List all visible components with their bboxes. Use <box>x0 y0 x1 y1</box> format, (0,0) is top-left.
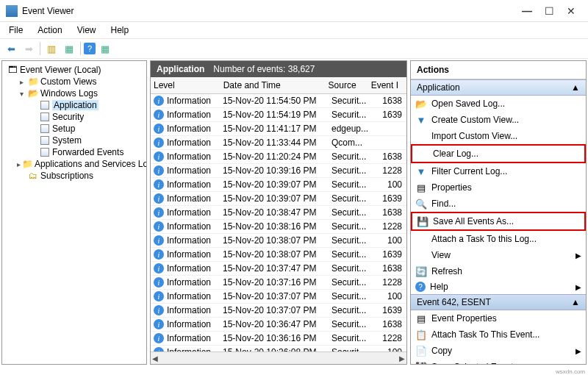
events-list[interactable]: iInformation15-Nov-20 11:54:50 PMSecurit… <box>151 94 406 351</box>
tree-forwarded[interactable]: Forwarded Events <box>5 146 143 158</box>
scroll-left-icon[interactable]: ◀ <box>152 354 158 362</box>
information-icon: i <box>154 263 164 274</box>
navigation-tree[interactable]: 🗔Event Viewer (Local) ▸📁Custom Views ▾📂W… <box>2 61 146 364</box>
filter-new-icon: ▼ <box>415 114 427 126</box>
tree-security[interactable]: Security <box>5 111 143 123</box>
action-create-custom-view[interactable]: ▼Create Custom View... <box>411 112 586 128</box>
action-attach-task-log[interactable]: Attach a Task To this Log... <box>411 231 586 247</box>
event-row[interactable]: iInformation15-Nov-20 10:37:16 PMSecurit… <box>151 276 406 290</box>
toolbar: ⬅ ➡ ▥ ▦ ? ▦ <box>0 38 588 59</box>
information-icon: i <box>154 151 164 162</box>
event-level: Information <box>167 333 223 343</box>
separator <box>40 42 40 55</box>
action-label: Import Custom View... <box>431 131 517 141</box>
tree-application[interactable]: Application <box>5 99 143 111</box>
event-row[interactable]: iInformation15-Nov-20 11:54:50 PMSecurit… <box>151 94 406 108</box>
actions-group-event[interactable]: Event 642, ESENT▲ <box>411 294 586 310</box>
action-event-properties[interactable]: ▤Event Properties <box>411 310 586 326</box>
event-date: 15-Nov-20 10:37:07 PM <box>223 291 331 301</box>
menu-action[interactable]: Action <box>32 24 68 37</box>
action-clear-log[interactable]: Clear Log... <box>411 144 586 163</box>
tree-windows-logs[interactable]: ▾📂Windows Logs <box>5 88 143 99</box>
event-row[interactable]: iInformation15-Nov-20 10:38:07 PMSecurit… <box>151 248 406 262</box>
event-row[interactable]: iInformation15-Nov-20 10:36:08 PMSecurit… <box>151 346 406 351</box>
tree-apps-services[interactable]: ▸📁Applications and Services Logs <box>5 158 143 170</box>
menu-help[interactable]: Help <box>105 24 135 37</box>
action-attach-task-event[interactable]: 📋Attach Task To This Event... <box>411 326 586 343</box>
minimize-button[interactable]: — <box>516 2 538 20</box>
action-label: Help <box>430 282 448 292</box>
collapse-icon: ▲ <box>571 297 580 307</box>
action-find[interactable]: 🔍Find... <box>411 196 586 212</box>
action-properties[interactable]: ▤Properties <box>411 179 586 196</box>
information-icon: i <box>154 207 164 218</box>
action-help[interactable]: ?Help▶ <box>411 279 586 294</box>
action-view[interactable]: View▶ <box>411 247 586 263</box>
event-row[interactable]: iInformation15-Nov-20 10:37:07 PMSecurit… <box>151 304 406 318</box>
event-source: Securit... <box>331 235 376 246</box>
tree-system[interactable]: System <box>5 135 143 146</box>
event-row[interactable]: iInformation15-Nov-20 10:37:47 PMSecurit… <box>151 262 406 276</box>
close-button[interactable]: ✕ <box>560 2 582 20</box>
tree-subscriptions[interactable]: 🗂Subscriptions <box>5 170 143 182</box>
action-refresh[interactable]: 🔄Refresh <box>411 263 586 279</box>
event-row[interactable]: iInformation15-Nov-20 10:37:07 PMSecurit… <box>151 290 406 304</box>
help-button[interactable]: ? <box>84 43 96 54</box>
event-id: 100 <box>376 235 405 246</box>
event-row[interactable]: iInformation15-Nov-20 11:54:19 PMSecurit… <box>151 108 406 122</box>
maximize-button[interactable]: ☐ <box>538 2 560 20</box>
event-row[interactable]: iInformation15-Nov-20 10:36:16 PMSecurit… <box>151 332 406 346</box>
actions-body: Application▲ 📂Open Saved Log... ▼Create … <box>411 79 586 364</box>
event-row[interactable]: iInformation15-Nov-20 10:38:47 PMSecurit… <box>151 206 406 220</box>
view-icon <box>415 249 427 261</box>
actions-group-application[interactable]: Application▲ <box>411 79 586 96</box>
tree-label: System <box>52 135 82 146</box>
event-source: Securit... <box>331 151 376 162</box>
event-id: 100 <box>376 179 405 190</box>
tree-label: Security <box>52 112 84 122</box>
event-source: Securit... <box>331 291 376 301</box>
event-date: 15-Nov-20 11:33:44 PM <box>223 138 331 148</box>
col-source[interactable]: Source <box>326 80 368 90</box>
action-filter-current-log[interactable]: ▼Filter Current Log... <box>411 163 586 179</box>
event-row[interactable]: iInformation15-Nov-20 11:33:44 PMQcom... <box>151 136 406 150</box>
tree-custom-views[interactable]: ▸📁Custom Views <box>5 76 143 88</box>
scroll-right-icon[interactable]: ▶ <box>399 354 405 362</box>
action-save-selected-events[interactable]: 💾Save Selected Events... <box>411 359 586 364</box>
show-tree-button[interactable]: ▥ <box>43 40 60 57</box>
tree-root[interactable]: 🗔Event Viewer (Local) <box>5 64 143 76</box>
forward-button[interactable]: ➡ <box>21 40 37 57</box>
preview-button[interactable]: ▦ <box>61 40 77 57</box>
event-date: 15-Nov-20 11:54:50 PM <box>223 96 331 106</box>
action-open-saved-log[interactable]: 📂Open Saved Log... <box>411 96 586 112</box>
col-level[interactable]: Level <box>151 80 220 90</box>
tree-setup[interactable]: Setup <box>5 123 143 135</box>
event-row[interactable]: iInformation15-Nov-20 10:39:07 PMSecurit… <box>151 192 406 206</box>
information-icon: i <box>154 235 164 246</box>
col-date[interactable]: Date and Time <box>220 80 326 90</box>
action-save-all-events[interactable]: 💾Save All Events As... <box>411 212 586 231</box>
action-import-custom-view[interactable]: Import Custom View... <box>411 128 586 144</box>
refresh-button[interactable]: ▦ <box>97 40 113 57</box>
save-icon: 💾 <box>415 361 427 364</box>
event-row[interactable]: iInformation15-Nov-20 10:36:47 PMSecurit… <box>151 318 406 332</box>
event-row[interactable]: iInformation15-Nov-20 10:39:07 PMSecurit… <box>151 178 406 192</box>
event-row[interactable]: iInformation15-Nov-20 10:38:07 PMSecurit… <box>151 234 406 248</box>
event-level: Information <box>167 124 223 134</box>
window-title: Event Viewer <box>22 6 516 16</box>
event-row[interactable]: iInformation15-Nov-20 11:20:24 PMSecurit… <box>151 150 406 164</box>
event-date: 15-Nov-20 10:38:07 PM <box>223 235 331 246</box>
back-button[interactable]: ⬅ <box>3 40 19 57</box>
col-eventid[interactable]: Event I <box>368 80 406 90</box>
horizontal-scrollbar[interactable]: ◀ ▶ <box>151 351 406 364</box>
information-icon: i <box>154 277 164 288</box>
column-headers[interactable]: Level Date and Time Source Event I <box>151 77 406 94</box>
menu-file[interactable]: File <box>3 24 29 37</box>
event-row[interactable]: iInformation15-Nov-20 10:38:16 PMSecurit… <box>151 220 406 234</box>
event-row[interactable]: iInformation15-Nov-20 11:41:17 PMedgeup.… <box>151 122 406 136</box>
event-row[interactable]: iInformation15-Nov-20 10:39:16 PMSecurit… <box>151 164 406 178</box>
action-copy[interactable]: 📄Copy▶ <box>411 343 586 359</box>
menu-view[interactable]: View <box>71 24 102 37</box>
menubar: File Action View Help <box>0 22 588 38</box>
task-icon <box>415 233 427 245</box>
